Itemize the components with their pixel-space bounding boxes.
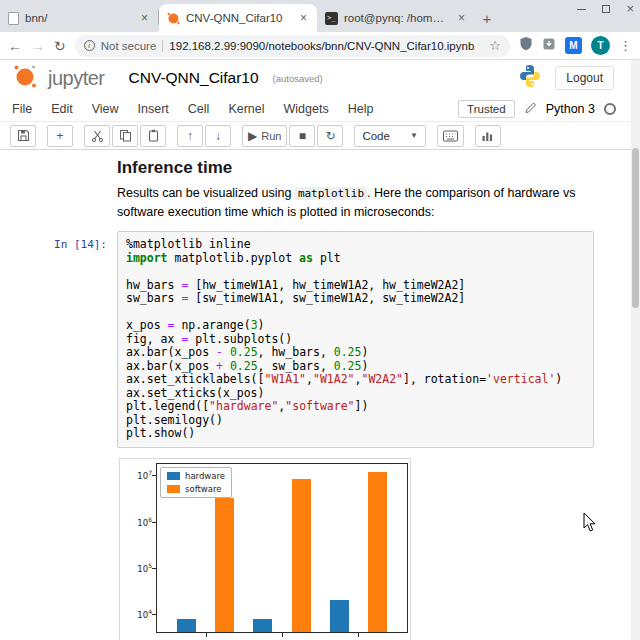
info-icon[interactable]: i [84, 40, 95, 51]
code-line[interactable]: sw_bars = [sw_timeW1A1, sw_timeW1A2, sw_… [126, 292, 585, 306]
restart-kernel-button[interactable]: ↻ [317, 125, 343, 147]
reload-icon[interactable]: ↻ [54, 38, 66, 54]
code-line[interactable]: x_pos = np.arange(3) [126, 319, 585, 333]
code-line[interactable]: ax.set_xticklabels(["W1A1","W1A2","W2A2"… [126, 373, 585, 387]
trusted-button[interactable]: Trusted [458, 100, 515, 118]
tab-terminal[interactable]: >_ root@pynq: /home/xilinx × [317, 4, 475, 32]
bar-hardware [253, 619, 272, 633]
y-tick-mark [152, 475, 156, 476]
cell-type-value: Code [362, 130, 390, 142]
tab-bnn[interactable]: bnn/ × [0, 4, 158, 32]
code-input-area[interactable]: %matplotlib inlineimport matplotlib.pypl… [117, 231, 594, 448]
page-scrollbar[interactable] [631, 60, 640, 640]
stop-button[interactable]: ■ [289, 125, 315, 147]
move-up-button[interactable]: ↑ [177, 125, 203, 147]
browser-addressbar: ← → ↻ i Not secure 192.168.2.99:9090/not… [0, 32, 640, 60]
omnibox-divider [162, 40, 163, 52]
bar-software [292, 479, 311, 632]
minimize-icon[interactable] [577, 9, 586, 10]
cut-cell-button[interactable] [84, 125, 110, 147]
menu-help[interactable]: Help [348, 102, 374, 116]
shield-extension-icon[interactable] [519, 36, 533, 55]
paste-cell-button[interactable] [140, 125, 166, 147]
tab-close-icon[interactable]: × [456, 11, 467, 25]
new-tab-button[interactable]: + [475, 6, 499, 30]
jupyter-logo-icon[interactable] [12, 63, 38, 93]
add-cell-button[interactable]: + [47, 125, 73, 147]
profile-avatar[interactable]: T [591, 36, 610, 55]
code-line[interactable]: ax.bar(x_pos - 0.25, hw_bars, 0.25) [126, 346, 585, 360]
tab-cnv-qnn-cifar10[interactable]: CNV-QNN_Cifar10 × [159, 4, 317, 32]
download-extension-icon[interactable] [542, 37, 556, 55]
tab-close-icon[interactable]: × [298, 11, 309, 25]
bookmark-star-icon[interactable]: ☆ [489, 38, 501, 53]
code-line[interactable]: %matplotlib inline [126, 238, 585, 252]
scrollbar-thumb[interactable] [632, 148, 639, 308]
chart-icon-button[interactable] [475, 125, 501, 147]
markdown-cell[interactable]: Inference time Results can be visualized… [0, 152, 640, 231]
code-line[interactable]: plt.semilogy() [126, 414, 585, 428]
markdown-paragraph: Results can be visualized using matplotl… [117, 184, 594, 221]
forward-icon[interactable]: → [31, 38, 45, 54]
menu-view[interactable]: View [92, 102, 119, 116]
code-cell[interactable]: In [14]: %matplotlib inlineimport matplo… [0, 231, 640, 448]
cell-type-select[interactable]: Code ▼ [354, 125, 425, 147]
menu-file[interactable]: File [12, 102, 32, 116]
jupyter-logo-text[interactable]: jupyter [48, 67, 105, 90]
code-line[interactable]: plt.legend(["hardware","software"]) [126, 400, 585, 414]
move-down-button[interactable]: ↓ [205, 125, 231, 147]
y-tick-mark [152, 568, 156, 569]
save-icon [17, 129, 30, 142]
mouse-cursor [583, 512, 597, 533]
run-label: Run [261, 130, 281, 142]
code-line[interactable]: plt.show() [126, 427, 585, 441]
browser-menu-icon[interactable]: ⋮ [619, 38, 632, 53]
m-extension-icon[interactable]: M [565, 37, 582, 54]
bar-chart-icon [481, 129, 494, 142]
code-line[interactable]: hw_bars = [hw_timeW1A1, hw_timeW1A2, hw_… [126, 279, 585, 293]
y-tick-label: 105 [129, 562, 152, 574]
save-button[interactable] [10, 125, 36, 147]
maximize-icon[interactable] [602, 5, 610, 13]
run-button[interactable]: ▶ Run [242, 125, 287, 147]
markdown-cell-prompt [0, 152, 117, 231]
x-tick-mark [206, 633, 207, 637]
url-text[interactable]: 192.168.2.99:9090/notebooks/bnn/CNV-QNN_… [169, 40, 483, 52]
code-line[interactable]: import matplotlib.pyplot as plt [126, 252, 585, 266]
logout-button[interactable]: Logout [555, 66, 614, 90]
menubar-right: Trusted Python 3 [458, 100, 616, 118]
bar-software [368, 472, 387, 633]
menu-insert[interactable]: Insert [138, 102, 169, 116]
menu-edit[interactable]: Edit [51, 102, 73, 116]
page-favicon-icon [8, 12, 19, 25]
copy-cell-button[interactable] [112, 125, 138, 147]
notebook-title[interactable]: CNV-QNN_Cifar10 [129, 69, 259, 87]
bar-software [215, 498, 234, 632]
menu-kernel[interactable]: Kernel [228, 102, 264, 116]
code-line[interactable]: ax.set_xticks(x_pos) [126, 387, 585, 401]
menu-widgets[interactable]: Widgets [284, 102, 329, 116]
code-line[interactable]: ax.bar(x_pos + 0.25, sw_bars, 0.25) [126, 360, 585, 374]
back-icon[interactable]: ← [8, 38, 22, 54]
notebook-toolbar: + ↑ ↓ ▶ Run ■ ↻ Code ▼ [0, 122, 640, 150]
matplotlib-figure: 104105106107W1A1W1A2W2A2hardwaresoftware [119, 458, 411, 640]
tab-close-icon[interactable]: × [139, 11, 150, 25]
paragraph-text: Results can be visualized using [117, 186, 295, 200]
tab-label: bnn/ [25, 12, 133, 24]
code-line[interactable] [126, 306, 585, 320]
command-palette-button[interactable] [437, 125, 464, 147]
code-line[interactable]: fig, ax = plt.subplots() [126, 333, 585, 347]
menu-cell[interactable]: Cell [188, 102, 210, 116]
y-tick-label: 106 [129, 516, 152, 528]
code-line[interactable] [126, 265, 585, 279]
edit-pencil-icon [524, 101, 537, 117]
keyboard-icon [443, 130, 458, 142]
kernel-name: Python 3 [546, 102, 595, 116]
input-prompt: In [14]: [0, 231, 117, 448]
clipboard-icon [147, 129, 160, 142]
url-bar[interactable]: i Not secure 192.168.2.99:9090/notebooks… [75, 35, 510, 57]
jupyter-favicon-icon [167, 12, 180, 25]
close-window-icon[interactable]: × [626, 4, 634, 14]
x-tick-mark [358, 633, 359, 637]
tab-label: CNV-QNN_Cifar10 [186, 12, 292, 24]
